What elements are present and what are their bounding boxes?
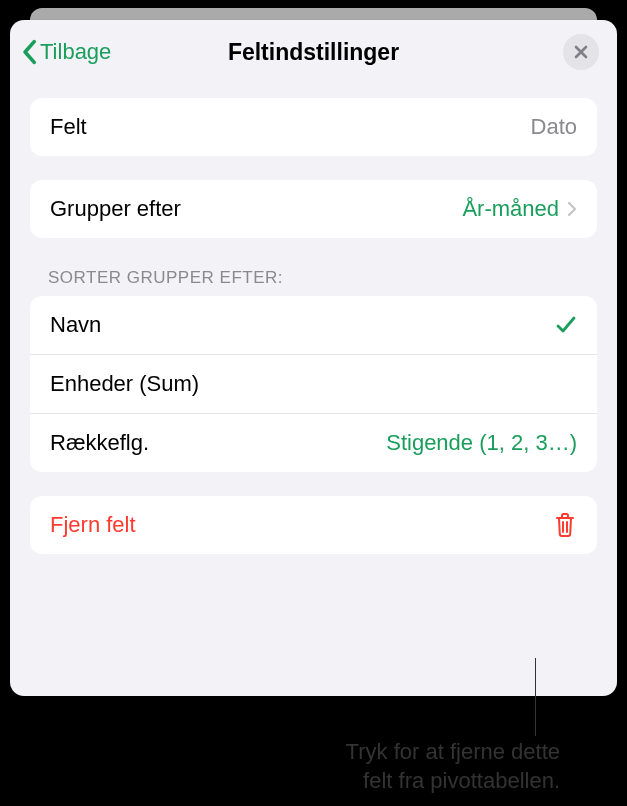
- back-button[interactable]: Tilbage: [20, 39, 111, 65]
- navigation-bar: Tilbage Feltindstillinger: [10, 20, 617, 80]
- back-label: Tilbage: [40, 39, 111, 65]
- callout-text: Tryk for at fjerne dette felt fra pivott…: [0, 738, 560, 795]
- field-row[interactable]: Felt Dato: [30, 98, 597, 156]
- callout-line1: Tryk for at fjerne dette: [346, 739, 560, 764]
- remove-field-row[interactable]: Fjern felt: [30, 496, 597, 554]
- trash-icon: [553, 512, 577, 538]
- sort-order-value: Stigende (1, 2, 3…): [386, 430, 577, 456]
- sort-name-row[interactable]: Navn: [30, 296, 597, 354]
- callout-line: [535, 658, 536, 736]
- close-button[interactable]: [563, 34, 599, 70]
- group-by-label: Grupper efter: [50, 196, 181, 222]
- sort-units-label: Enheder (Sum): [50, 371, 199, 397]
- sort-order-label: Rækkeflg.: [50, 430, 149, 456]
- group-by-row[interactable]: Grupper efter År-måned: [30, 180, 597, 238]
- checkmark-icon: [555, 314, 577, 336]
- field-label: Felt: [50, 114, 87, 140]
- sort-units-row[interactable]: Enheder (Sum): [30, 354, 597, 413]
- sort-group: Navn Enheder (Sum) Rækkeflg. Stigende (1…: [30, 296, 597, 472]
- sort-name-label: Navn: [50, 312, 101, 338]
- chevron-right-icon: [567, 201, 577, 217]
- sort-section-header: Sorter grupper efter:: [48, 268, 597, 288]
- remove-field-label: Fjern felt: [50, 512, 136, 538]
- settings-sheet: Tilbage Feltindstillinger Felt Dato Grup…: [10, 20, 617, 696]
- field-group: Felt Dato: [30, 98, 597, 156]
- group-by-group: Grupper efter År-måned: [30, 180, 597, 238]
- callout-line2: felt fra pivottabellen.: [363, 768, 560, 793]
- field-value: Dato: [531, 114, 577, 140]
- close-icon: [573, 44, 589, 60]
- content-area: Felt Dato Grupper efter År-måned Sorter …: [10, 80, 617, 554]
- chevron-left-icon: [20, 39, 38, 65]
- sort-order-row[interactable]: Rækkeflg. Stigende (1, 2, 3…): [30, 413, 597, 472]
- remove-group: Fjern felt: [30, 496, 597, 554]
- group-by-value: År-måned: [462, 196, 559, 222]
